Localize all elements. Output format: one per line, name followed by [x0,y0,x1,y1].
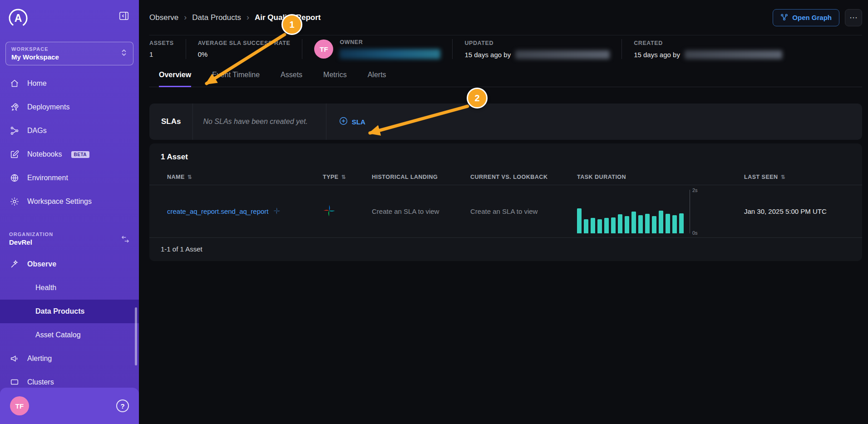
sort-icon: ⇅ [187,174,192,180]
duration-bar [584,219,588,233]
sidebar-item-deployments[interactable]: Deployments [0,95,139,119]
breadcrumb-observe[interactable]: Observe [149,13,178,22]
stat-value: 15 days ago by [464,51,511,59]
sidebar-item-alerting[interactable]: Alerting [0,347,139,370]
help-button[interactable]: ? [116,399,129,412]
stat-value: 1 [149,50,174,58]
sla-panel-title: SLAs [149,117,192,126]
sidebar-item-observe[interactable]: Observe [0,252,139,276]
stat-label: CREATED [634,40,782,46]
sidebar-item-label: Health [35,284,56,292]
sort-icon: ⇅ [341,174,346,180]
duration-bar [652,216,656,233]
swap-arrows-icon [121,238,130,245]
question-mark-icon: ? [120,402,124,410]
tab-event-timeline[interactable]: Event Timeline [212,71,260,87]
workspace-selector[interactable]: WORKSPACE My Workspace [5,42,133,65]
sidebar-item-label: Workspace Settings [27,197,92,206]
column-header-name[interactable]: NAME ⇅ [161,174,323,180]
pagination-text: 1-1 of 1 Asset [149,238,862,261]
sidebar-item-health[interactable]: Health [0,276,139,300]
duration-bar [611,217,616,233]
airflow-mini-icon [273,207,281,216]
sidebar-scrollbar-thumb[interactable] [135,307,137,365]
ellipsis-icon: ⋯ [849,13,858,22]
breadcrumb-data-products[interactable]: Data Products [192,13,241,22]
sidebar-item-label: Alerting [27,355,52,363]
asset-type-cell [323,204,372,218]
organization-name: DevRel [9,238,53,246]
duration-bar [577,208,582,233]
historical-landing-cell: Create an SLA to view [372,207,470,215]
column-label: LAST SEEN [744,174,778,180]
column-label: TYPE [323,174,339,180]
column-header-type[interactable]: TYPE ⇅ [323,174,372,180]
duration-bar [631,212,636,233]
main-content: Observe › Data Products › Air Quality Re… [139,0,868,424]
duration-bar [618,214,622,233]
owner-details: OWNER [340,39,440,59]
column-header-historical-landing: HISTORICAL LANDING [372,174,470,180]
duration-bar [597,219,602,233]
duration-bar [604,218,609,233]
task-duration-cell: 2s 0s [577,190,744,233]
column-label: HISTORICAL LANDING [372,174,438,180]
topbar-actions: Open Graph ⋯ [773,9,862,26]
svg-text:A: A [15,12,22,24]
collapse-panel-icon [118,16,130,23]
page-title: Air Quality Report [255,13,321,22]
tabs: Overview Event Timeline Assets Metrics A… [149,71,862,87]
stat-label: ASSETS [149,40,174,46]
owner-avatar: TF [314,39,333,59]
organization-selector: ORGANIZATION DevRel [0,232,139,246]
sidebar-header: A [0,0,139,29]
switch-organization-button[interactable] [120,234,131,246]
clusters-icon [9,377,20,388]
home-icon [9,78,20,89]
more-options-button[interactable]: ⋯ [845,9,862,26]
redacted-user-name [515,50,610,59]
current-vs-lookback-cell: Create an SLA to view [470,207,577,215]
add-sla-button[interactable]: SLA [339,117,365,127]
chevron-up-down-icon [120,49,128,59]
duration-bar [672,215,677,233]
divider [326,104,326,140]
sidebar-item-label: Data Products [35,307,84,316]
updated-by-row: 15 days ago by [464,50,610,59]
sidebar-item-notebooks[interactable]: Notebooks BETA [0,143,139,166]
sidebar-item-data-products[interactable]: Data Products [0,300,139,323]
tab-alerts[interactable]: Alerts [368,71,386,87]
stat-updated: UPDATED 15 days ago by [464,39,610,59]
sidebar-item-dags[interactable]: DAGs [0,119,139,143]
column-label: CURRENT VS. LOOKBACK [470,174,547,180]
sla-panel: SLAs No SLAs have been created yet. SLA [149,104,862,140]
breadcrumb: Observe › Data Products › Air Quality Re… [149,13,321,22]
sidebar-item-home[interactable]: Home [0,72,139,95]
open-graph-button[interactable]: Open Graph [773,9,839,26]
sidebar: A WORKSPACE My Workspace [0,0,139,424]
organization-text: ORGANIZATION DevRel [9,232,53,246]
sidebar-observe-nav: Observe Health Data Products Asset Catal… [0,252,139,394]
tab-metrics[interactable]: Metrics [323,71,347,87]
user-avatar[interactable]: TF [10,396,29,415]
sidebar-item-environment[interactable]: Environment [0,166,139,190]
stat-created: CREATED 15 days ago by [634,39,782,59]
divider [186,39,186,59]
duration-bar [666,214,670,233]
open-graph-label: Open Graph [792,14,832,21]
tab-overview[interactable]: Overview [159,71,191,87]
sidebar-collapse-button[interactable] [117,9,131,24]
stat-assets: ASSETS 1 [149,39,174,59]
stat-label: UPDATED [464,40,610,46]
sidebar-item-asset-catalog[interactable]: Asset Catalog [0,323,139,347]
airflow-pinwheel-icon [323,211,335,218]
y-axis-min-label: 0s [692,230,698,236]
divider [302,39,302,59]
asset-name-link[interactable]: create_aq_report.send_aq_report [167,207,269,215]
tab-assets[interactable]: Assets [281,71,302,87]
sidebar-item-workspace-settings[interactable]: Workspace Settings [0,190,139,213]
topbar: Observe › Data Products › Air Quality Re… [149,0,862,35]
asset-table-header: NAME ⇅ TYPE ⇅ HISTORICAL LANDING CURRENT… [149,169,862,185]
column-header-last-seen[interactable]: LAST SEEN ⇅ [744,174,851,180]
workspace-name: My Workspace [11,53,59,61]
